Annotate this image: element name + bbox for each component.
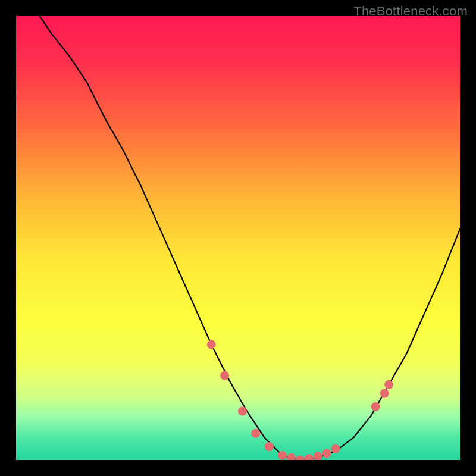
data-point (380, 389, 389, 398)
chart-frame: TheBottleneck.com (0, 0, 476, 476)
plot-area (16, 16, 460, 460)
data-point (371, 402, 380, 411)
watermark-text: TheBottleneck.com (353, 4, 468, 19)
data-point (331, 444, 340, 453)
gradient-background (16, 16, 460, 460)
data-point (322, 449, 331, 458)
data-point (278, 451, 287, 460)
chart-svg (16, 16, 460, 460)
data-point (238, 406, 247, 415)
data-point (265, 442, 274, 451)
data-point (251, 429, 260, 438)
data-point (220, 371, 229, 380)
data-point (207, 340, 216, 349)
data-point (384, 380, 393, 389)
